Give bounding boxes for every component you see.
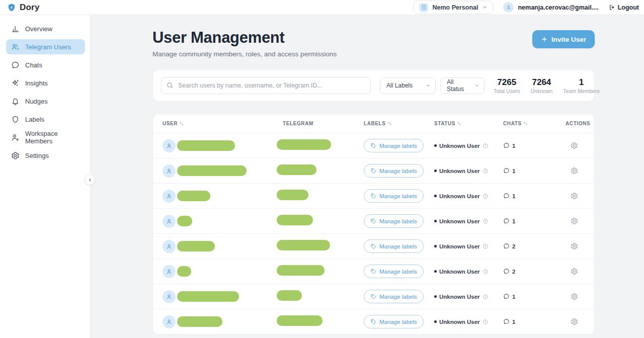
info-icon[interactable] <box>482 168 489 174</box>
manage-labels-button[interactable]: Manage labels <box>364 189 424 203</box>
redacted-user-name <box>177 241 215 251</box>
info-icon[interactable] <box>482 269 489 275</box>
tag-icon <box>370 193 376 199</box>
sidebar-item-telegram-users[interactable]: Telegram Users <box>6 39 85 54</box>
tag-icon <box>370 243 376 249</box>
table-row: Manage labels Unknown User 2 <box>153 234 594 259</box>
info-icon[interactable] <box>482 143 489 149</box>
building-icon <box>419 3 428 12</box>
manage-labels-label: Manage labels <box>379 319 417 325</box>
sidebar-item-nudges[interactable]: Nudges <box>6 94 85 109</box>
manage-labels-button[interactable]: Manage labels <box>364 315 424 328</box>
column-header-user[interactable]: User <box>163 121 283 126</box>
user-avatar-icon <box>163 215 176 228</box>
column-header-chats[interactable]: Chats <box>503 121 566 126</box>
redacted-user-name <box>177 216 192 226</box>
sidebar-item-overview[interactable]: Overview <box>6 21 85 36</box>
sidebar-item-workspace-members[interactable]: Workspace Members <box>6 130 85 145</box>
stat-team-members: 1 Team Members <box>563 77 599 94</box>
column-label: Actions <box>566 121 590 126</box>
chats-cell: 1 <box>503 193 566 199</box>
chats-cell: 1 <box>503 218 566 224</box>
chats-cell: 1 <box>503 318 566 325</box>
info-icon[interactable] <box>482 193 489 199</box>
manage-labels-button[interactable]: Manage labels <box>364 290 424 303</box>
sidebar-item-chats[interactable]: Chats <box>6 57 85 72</box>
info-icon[interactable] <box>482 218 489 224</box>
workspace-name: Nemo Personal <box>432 4 478 11</box>
status-label: Unknown User <box>439 269 480 275</box>
bar-chart-icon <box>11 25 20 33</box>
filters-bar: All Labels All Status 7265 <box>152 69 595 102</box>
chevron-left-icon <box>88 178 93 183</box>
status-filter-select[interactable]: All Status <box>440 77 485 94</box>
stat-label: Total Users <box>494 88 520 94</box>
sidebar-item-labels[interactable]: Labels <box>6 112 85 127</box>
person-dot-icon <box>11 133 20 142</box>
user-cell <box>163 265 283 278</box>
chat-bubble-icon <box>503 167 510 174</box>
chevron-down-icon <box>474 83 479 88</box>
manage-labels-button[interactable]: Manage labels <box>364 265 424 278</box>
sidebar-item-insights[interactable]: Insights <box>6 75 85 91</box>
telegram-cell <box>283 139 364 152</box>
labels-filter-select[interactable]: All Labels <box>380 77 436 94</box>
info-icon[interactable] <box>482 243 489 249</box>
status-dot-icon <box>434 320 437 323</box>
status-label: Unknown User <box>439 243 480 249</box>
info-icon[interactable] <box>482 294 489 300</box>
manage-labels-button[interactable]: Manage labels <box>364 164 424 178</box>
column-header-labels[interactable]: Labels <box>364 121 434 126</box>
manage-labels-button[interactable]: Manage labels <box>364 239 424 253</box>
labels-cell: Manage labels <box>364 239 434 253</box>
chat-count: 1 <box>512 319 515 325</box>
account-info[interactable]: nemanja.cerovac@gmail.... <box>503 2 598 13</box>
user-cell <box>163 240 283 253</box>
chats-cell: 2 <box>503 268 566 275</box>
redacted-telegram-handle <box>277 265 325 276</box>
labels-cell: Manage labels <box>364 265 434 278</box>
brand-name: Dory <box>20 3 40 13</box>
actions-cell[interactable] <box>571 293 578 300</box>
actions-cell[interactable] <box>571 268 578 275</box>
status-cell: Unknown User <box>434 193 503 199</box>
manage-labels-button[interactable]: Manage labels <box>364 214 424 228</box>
actions-cell[interactable] <box>571 217 578 225</box>
sidebar-item-settings[interactable]: Settings <box>6 148 85 163</box>
user-cell <box>163 290 283 303</box>
chat-bubble-icon <box>503 293 510 300</box>
row-settings-gear-icon <box>571 242 578 250</box>
tag-icon <box>370 269 376 275</box>
column-header-telegram: Telegram <box>283 121 364 126</box>
plus-icon <box>541 36 548 43</box>
manage-labels-button[interactable]: Manage labels <box>364 139 424 152</box>
status-dot-icon <box>434 295 437 298</box>
column-header-status[interactable]: Status <box>434 121 503 126</box>
info-icon[interactable] <box>482 319 489 325</box>
search-input[interactable] <box>161 77 371 94</box>
redacted-user-name <box>177 191 210 201</box>
stat-label: Team Members <box>563 88 599 94</box>
user-avatar-icon <box>163 190 176 203</box>
logout-button[interactable]: Logout <box>609 4 639 11</box>
user-stats: 7265 Total Users 7264 Unknown 1 Team Mem… <box>494 77 600 94</box>
chat-count: 1 <box>512 193 515 199</box>
sidebar-collapse-button[interactable] <box>85 175 95 185</box>
actions-cell[interactable] <box>571 318 578 325</box>
chats-cell: 1 <box>503 142 566 149</box>
chat-bubble-icon <box>503 142 510 149</box>
actions-cell[interactable] <box>571 167 578 175</box>
column-label: Telegram <box>283 121 313 126</box>
users-icon <box>11 43 20 51</box>
shield-icon <box>11 115 20 124</box>
actions-cell[interactable] <box>571 142 578 149</box>
redacted-telegram-handle <box>277 215 313 225</box>
workspace-switcher[interactable]: Nemo Personal <box>414 1 493 14</box>
sidebar-item-label: Settings <box>25 152 49 159</box>
labels-filter-value: All Labels <box>386 82 413 89</box>
actions-cell[interactable] <box>571 192 578 200</box>
actions-cell[interactable] <box>571 242 578 250</box>
invite-user-button[interactable]: Invite User <box>532 30 595 48</box>
chat-bubble-icon <box>503 193 510 199</box>
column-label: User <box>163 121 178 126</box>
